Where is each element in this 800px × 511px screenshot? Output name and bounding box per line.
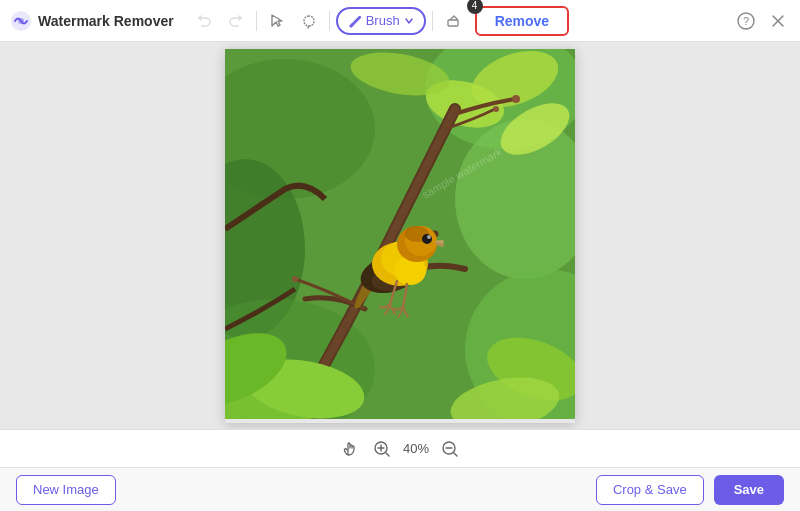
brush-dropdown-icon xyxy=(404,16,414,26)
svg-point-3 xyxy=(350,23,354,27)
remove-badge: 4 xyxy=(467,0,483,14)
footer: New Image Crop & Save Save xyxy=(0,467,800,511)
zoom-in-button[interactable] xyxy=(371,438,393,460)
app-logo: Watermark Remover xyxy=(10,10,174,32)
remove-btn-wrap: 4 Remove xyxy=(475,6,569,36)
new-image-label: New Image xyxy=(33,482,99,497)
remove-label: Remove xyxy=(495,13,549,29)
crop-save-label: Crop & Save xyxy=(613,482,687,497)
tools-group xyxy=(263,7,323,35)
svg-point-22 xyxy=(292,276,298,282)
zoom-bar: 40% xyxy=(0,429,800,467)
save-label: Save xyxy=(734,482,764,497)
svg-rect-4 xyxy=(448,20,458,26)
footer-left: New Image xyxy=(16,475,116,505)
divider-3 xyxy=(432,11,433,31)
close-button[interactable] xyxy=(766,9,790,33)
help-button[interactable]: ? xyxy=(734,9,758,33)
selection-tool-button[interactable] xyxy=(263,7,291,35)
title-bar: Watermark Remover Brush 4 Remove xyxy=(0,0,800,42)
svg-point-21 xyxy=(493,106,499,112)
lasso-tool-button[interactable] xyxy=(295,7,323,35)
brush-label: Brush xyxy=(366,13,400,28)
svg-point-31 xyxy=(422,234,432,244)
window-controls: ? xyxy=(734,9,790,33)
zoom-in-icon xyxy=(373,440,391,458)
crop-save-button[interactable]: Crop & Save xyxy=(596,475,704,505)
zoom-out-button[interactable] xyxy=(439,438,461,460)
pan-tool-button[interactable] xyxy=(339,438,361,460)
eraser-tool-button[interactable] xyxy=(439,7,467,35)
brush-tool-button[interactable]: Brush xyxy=(336,7,426,35)
save-button[interactable]: Save xyxy=(714,475,784,505)
undo-button[interactable] xyxy=(190,7,218,35)
svg-marker-2 xyxy=(272,15,282,26)
divider-1 xyxy=(256,11,257,31)
svg-point-1 xyxy=(18,18,24,24)
app-title: Watermark Remover xyxy=(38,13,174,29)
zoom-percentage: 40% xyxy=(403,441,429,456)
svg-text:?: ? xyxy=(743,15,749,27)
zoom-out-icon xyxy=(441,440,459,458)
divider-2 xyxy=(329,11,330,31)
svg-point-20 xyxy=(512,95,520,103)
svg-point-32 xyxy=(427,235,431,239)
main-canvas-area: sample watermark xyxy=(0,42,800,429)
image-canvas[interactable]: sample watermark xyxy=(225,49,575,423)
bird-image: sample watermark xyxy=(225,49,575,419)
new-image-button[interactable]: New Image xyxy=(16,475,116,505)
undo-redo-group xyxy=(190,7,250,35)
redo-button[interactable] xyxy=(222,7,250,35)
hand-icon xyxy=(340,439,360,459)
remove-button[interactable]: Remove xyxy=(475,6,569,36)
app-logo-icon xyxy=(10,10,32,32)
footer-right: Crop & Save Save xyxy=(596,475,784,505)
